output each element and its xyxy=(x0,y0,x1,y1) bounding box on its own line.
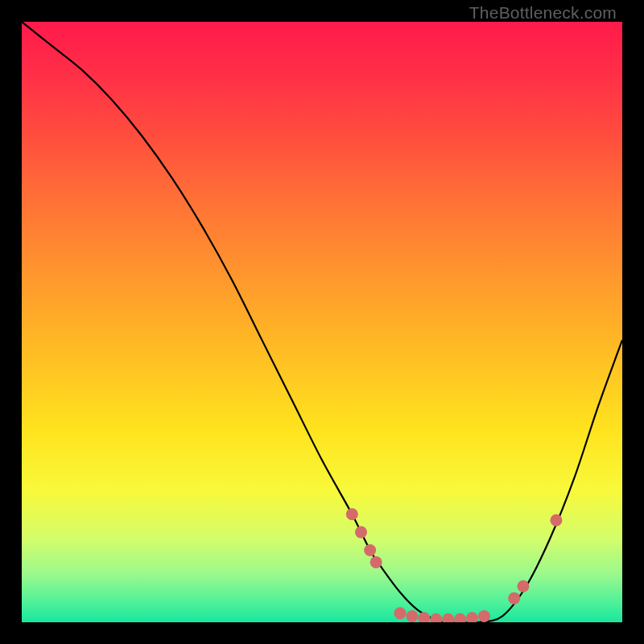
watermark-text: TheBottleneck.com xyxy=(469,3,617,23)
chart-frame xyxy=(22,22,622,622)
data-point xyxy=(406,610,418,622)
data-point xyxy=(508,592,520,605)
data-point xyxy=(478,610,490,622)
data-point xyxy=(364,544,376,556)
data-point xyxy=(355,526,367,539)
data-point xyxy=(370,556,382,568)
data-point xyxy=(517,580,529,592)
chart-background-gradient xyxy=(22,22,622,622)
data-point xyxy=(394,607,406,619)
bottleneck-chart xyxy=(22,22,622,622)
data-point xyxy=(346,508,358,520)
data-point xyxy=(550,514,562,526)
